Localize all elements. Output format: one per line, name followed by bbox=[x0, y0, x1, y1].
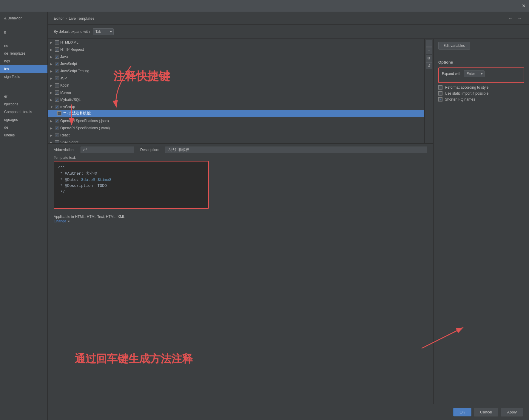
template-group-header-jstesting[interactable]: ▶ JavaScript Testing bbox=[48, 68, 424, 74]
breadcrumb-parent: Editor bbox=[54, 16, 64, 21]
chevron-icon-jstesting: ▶ bbox=[50, 70, 54, 73]
options-title: Options bbox=[438, 60, 524, 64]
group-name-jstesting: JavaScript Testing bbox=[60, 69, 89, 73]
template-group-java: ▶ Java bbox=[48, 53, 424, 60]
group-name-react: React bbox=[60, 133, 70, 137]
checkbox-static-import[interactable] bbox=[438, 91, 442, 96]
expand-with-label: By default expand with bbox=[54, 30, 90, 34]
remove-button[interactable]: − bbox=[426, 47, 432, 54]
template-group-header-react[interactable]: ▶ React bbox=[48, 132, 424, 138]
template-group-maven: ▶ Maven bbox=[48, 89, 424, 96]
sidebar-item-tes[interactable]: tes bbox=[0, 65, 47, 73]
template-item-javadoc[interactable]: /** (方法注释模版) bbox=[48, 110, 424, 117]
template-group-shell: ▶ Shell Script bbox=[48, 139, 424, 143]
nav-back-button[interactable]: ← bbox=[507, 15, 514, 21]
sidebar-item-languages[interactable]: uguages bbox=[0, 116, 47, 124]
apply-button[interactable]: Apply bbox=[501, 408, 523, 416]
checkbox-htmlxml[interactable] bbox=[55, 40, 59, 44]
checkbox-javadoc[interactable] bbox=[57, 111, 61, 116]
templates-list-area: ▶ HTML/XML ▶ HTTP Request bbox=[48, 39, 433, 143]
chevron-icon-react: ▶ bbox=[50, 134, 54, 137]
option-row-shorten-fq: Shorten FQ names bbox=[438, 97, 524, 101]
chevron-icon-mygroup: ▼ bbox=[50, 105, 54, 109]
checkbox-react[interactable] bbox=[55, 133, 59, 137]
option-label-shorten-fq: Shorten FQ names bbox=[445, 97, 475, 101]
template-group-header-shell[interactable]: ▶ Shell Script bbox=[48, 139, 424, 143]
settings-dialog: ✕ & Behavior g ne de Templates ngs tes s… bbox=[0, 0, 529, 420]
group-name-js: JavaScript bbox=[60, 62, 77, 66]
restore-button[interactable]: ↺ bbox=[426, 62, 432, 69]
sidebar-item-sign-tools[interactable]: sign Tools bbox=[0, 73, 47, 81]
checkbox-http[interactable] bbox=[55, 47, 59, 52]
group-name-openapi-yaml: OpenAPI Specifications (.yaml) bbox=[60, 126, 110, 130]
checkbox-jsp[interactable] bbox=[55, 76, 59, 80]
options-expand-with-select[interactable]: Tab Enter Space bbox=[464, 70, 485, 77]
edit-vars-area: Edit variables bbox=[434, 39, 529, 57]
group-name-mygroup: myGroup bbox=[60, 105, 75, 109]
template-group-header-mygroup[interactable]: ▼ myGroup bbox=[48, 104, 424, 110]
change-link[interactable]: Change bbox=[54, 219, 66, 223]
abbreviation-input[interactable] bbox=[81, 147, 134, 153]
checkbox-shorten-fq[interactable] bbox=[438, 97, 442, 101]
group-name-mybatis: Mybatis/SQL bbox=[60, 98, 81, 102]
chevron-icon-java: ▶ bbox=[50, 55, 54, 59]
chevron-icon-openapi-json: ▶ bbox=[50, 119, 54, 123]
sidebar-item-de[interactable]: de bbox=[0, 124, 47, 131]
group-name-kotlin: Kotlin bbox=[60, 83, 69, 87]
applicable-text: Applicable in HTML: HTML Text; HTML; XML bbox=[54, 215, 125, 219]
chevron-icon-shell: ▶ bbox=[50, 141, 54, 143]
date-variable: $date$ bbox=[81, 178, 95, 182]
group-name-maven: Maven bbox=[60, 90, 71, 95]
template-group-header-openapi-json[interactable]: ▶ OpenAPI Specifications (.json) bbox=[48, 118, 424, 124]
template-group-header-maven[interactable]: ▶ Maven bbox=[48, 90, 424, 96]
cancel-button[interactable]: Cancel bbox=[474, 408, 498, 416]
add-button[interactable]: + bbox=[426, 40, 432, 47]
checkbox-kotlin[interactable] bbox=[55, 83, 59, 87]
sidebar-item-injections[interactable]: njections bbox=[0, 100, 47, 108]
sidebar-item-behavior[interactable]: & Behavior bbox=[0, 14, 47, 22]
sidebar-item-ide-templates[interactable]: de Templates bbox=[0, 50, 47, 57]
time-variable: $time$ bbox=[98, 178, 112, 182]
checkbox-js[interactable] bbox=[55, 62, 59, 66]
checkbox-shell[interactable] bbox=[55, 140, 59, 143]
breadcrumb: Editor › Live Templates bbox=[54, 16, 95, 21]
breadcrumb-current: Live Templates bbox=[69, 16, 94, 21]
sidebar-item-ne[interactable]: ne bbox=[0, 42, 47, 50]
template-group-header-java[interactable]: ▶ Java bbox=[48, 54, 424, 60]
applicable-area: Applicable in HTML: HTML Text; HTML; XML… bbox=[48, 212, 433, 226]
change-arrow: ▾ bbox=[68, 219, 70, 223]
template-group-header-http[interactable]: ▶ HTTP Request bbox=[48, 47, 424, 53]
expand-with-select[interactable]: Tab Enter Space bbox=[93, 28, 114, 35]
template-group-header-jsp[interactable]: ▶ JSP bbox=[48, 75, 424, 81]
edit-variables-button[interactable]: Edit variables bbox=[438, 42, 470, 50]
sidebar-item-compose[interactable]: Compose Literals bbox=[0, 108, 47, 116]
nav-forward-button[interactable]: → bbox=[516, 15, 523, 21]
template-group-header-js[interactable]: ▶ JavaScript bbox=[48, 61, 424, 67]
template-code-box[interactable]: /** * @Auther: 犬小哈 * @Date: $date$ $time… bbox=[54, 161, 209, 209]
template-group-header-openapi-yaml[interactable]: ▶ OpenAPI Specifications (.yaml) bbox=[48, 125, 424, 131]
checkbox-java[interactable] bbox=[55, 55, 59, 59]
checkbox-jstesting[interactable] bbox=[55, 69, 59, 73]
abbreviation-label: Abbreviation: bbox=[54, 148, 75, 152]
ok-button[interactable]: OK bbox=[453, 408, 471, 416]
checkbox-openapi-json[interactable] bbox=[55, 119, 59, 123]
checkbox-reformat[interactable] bbox=[438, 85, 442, 90]
copy-button[interactable]: ⧉ bbox=[426, 55, 432, 61]
template-group-header-kotlin[interactable]: ▶ Kotlin bbox=[48, 82, 424, 88]
checkbox-mybatis[interactable] bbox=[55, 98, 59, 102]
template-group-header-mybatis[interactable]: ▶ Mybatis/SQL bbox=[48, 97, 424, 103]
description-input[interactable] bbox=[165, 147, 427, 153]
option-label-static-import: Use static import if possible bbox=[445, 91, 488, 96]
sidebar-item-g[interactable]: g bbox=[0, 28, 47, 36]
checkbox-openapi-yaml[interactable] bbox=[55, 126, 59, 130]
checkbox-maven[interactable] bbox=[55, 90, 59, 95]
sidebar-item-bundles[interactable]: undles bbox=[0, 131, 47, 139]
title-bar: ✕ bbox=[0, 0, 529, 12]
description-label: Description: bbox=[140, 148, 159, 152]
templates-scrollable-list[interactable]: ▶ HTML/XML ▶ HTTP Request bbox=[48, 39, 424, 143]
close-button[interactable]: ✕ bbox=[521, 4, 526, 8]
template-group-header-htmlxml[interactable]: ▶ HTML/XML bbox=[48, 39, 424, 45]
sidebar-item-ngs[interactable]: ngs bbox=[0, 57, 47, 65]
checkbox-mygroup[interactable] bbox=[55, 105, 59, 109]
sidebar-item-er[interactable]: er bbox=[0, 93, 47, 100]
